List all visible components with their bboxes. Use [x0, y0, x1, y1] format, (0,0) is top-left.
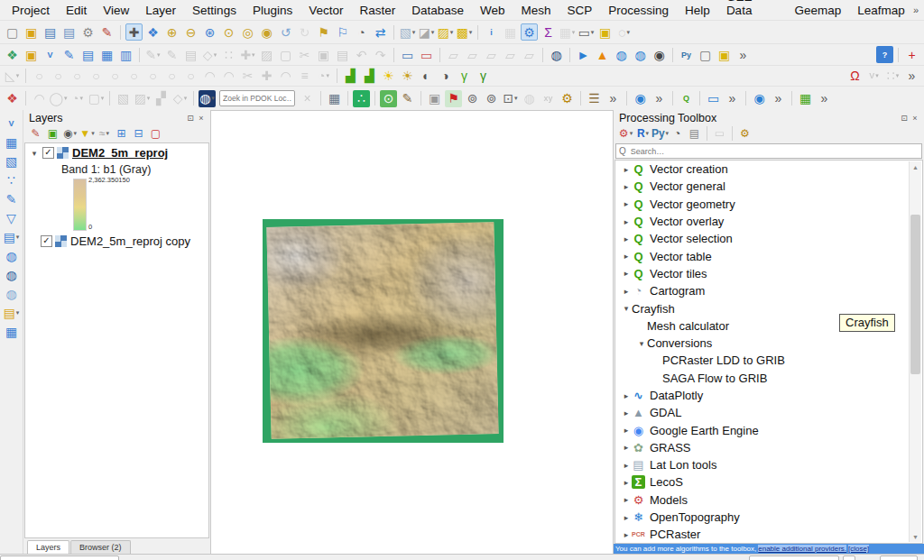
- add-raster-layer-icon[interactable]: ▦: [3, 133, 20, 151]
- dropdown-arrow-icon[interactable]: ▾: [469, 29, 473, 36]
- overflow-row2-icon[interactable]: »: [735, 46, 752, 63]
- toolbox-item-models[interactable]: ▸⚙Models: [615, 491, 922, 509]
- zoom-out-icon[interactable]: ⊖: [182, 23, 199, 41]
- increase-brightness-icon[interactable]: ☀: [380, 68, 397, 85]
- dropdown-arrow-icon[interactable]: ▾: [91, 130, 95, 137]
- increase-contrast-icon[interactable]: ◐: [418, 68, 435, 85]
- expander-icon[interactable]: ▸: [621, 234, 632, 243]
- expander-icon[interactable]: ▸: [621, 287, 632, 296]
- expander-icon[interactable]: ▸: [621, 391, 632, 400]
- expander-icon[interactable]: ▸: [621, 495, 632, 504]
- full-histogram-stretch-icon[interactable]: ▟: [361, 68, 378, 85]
- add-arcgis-layer-icon[interactable]: ▤▾: [3, 304, 20, 321]
- select-on-map-icon[interactable]: ►: [575, 46, 592, 63]
- collapse-all-icon[interactable]: ⊟: [131, 125, 146, 141]
- add-wfs-layer-icon[interactable]: ◍: [3, 285, 20, 302]
- menu-database[interactable]: Database: [403, 2, 472, 19]
- zoom-last-icon[interactable]: ↺: [277, 23, 294, 41]
- zoom-in-icon[interactable]: ⊕: [163, 23, 180, 41]
- dropdown-arrow-icon[interactable]: ▾: [184, 95, 188, 102]
- add-group-icon[interactable]: ▣: [45, 125, 60, 141]
- qgis-hub-icon[interactable]: Q: [678, 90, 695, 107]
- toolbox-item-gdal[interactable]: ▸▲GDAL: [615, 404, 922, 421]
- extent-select-icon[interactable]: ⊡▾: [502, 90, 519, 107]
- place-search-icon[interactable]: ◌▾: [615, 23, 633, 41]
- profile-tool-icon[interactable]: ❖: [4, 90, 21, 107]
- menu-settings[interactable]: Settings: [184, 2, 245, 19]
- expander-icon[interactable]: ▸: [621, 269, 632, 278]
- dropdown-arrow-icon[interactable]: ▾: [214, 51, 217, 59]
- dropdown-arrow-icon[interactable]: ▾: [572, 29, 576, 36]
- add-wms-layer-icon[interactable]: ◍: [3, 247, 20, 264]
- add-spatialite-layer-icon[interactable]: ▽: [3, 209, 20, 226]
- search-web-map-icon[interactable]: ◍: [632, 46, 649, 63]
- toolbox-scrollbar[interactable]: ▲ ▼: [909, 161, 921, 542]
- dropdown-arrow-icon[interactable]: ▾: [326, 72, 329, 79]
- expander-icon[interactable]: ▸: [621, 252, 632, 261]
- toolbox-item-vector-general[interactable]: ▸QVector general: [615, 178, 922, 195]
- decrease-gamma-icon[interactable]: γ: [475, 68, 492, 85]
- temporal-controller-icon[interactable]: ◔: [353, 23, 370, 41]
- toolbox-item-vector-tiles[interactable]: ▸QVector tiles: [615, 265, 922, 282]
- deselect-features-icon[interactable]: ◪▾: [418, 23, 435, 41]
- pin-location-icon[interactable]: ⚑: [445, 90, 462, 107]
- dropdown-arrow-icon[interactable]: ▾: [147, 95, 151, 102]
- refresh-map-icon[interactable]: ⇄: [372, 23, 389, 41]
- dropdown-arrow-icon[interactable]: ▾: [591, 29, 595, 36]
- menu-raster[interactable]: Raster: [351, 2, 403, 19]
- toolbox-item-google-earth-engine[interactable]: ▸◉Google Earth Engine: [615, 421, 922, 438]
- close-panel-icon[interactable]: ×: [196, 114, 207, 123]
- overflow-e-icon[interactable]: »: [816, 90, 833, 107]
- float-panel-icon[interactable]: ⊡: [185, 114, 196, 123]
- new-raster-layer-icon[interactable]: ▦: [98, 46, 116, 63]
- toolbox-item-lecos[interactable]: ▸ΣLecoS: [615, 473, 922, 491]
- nl-shield-icon[interactable]: ▦: [326, 90, 343, 107]
- layer-labeling-icon[interactable]: ▭: [399, 46, 416, 63]
- plugin-builder-icon[interactable]: ▣: [716, 46, 733, 63]
- select-by-value-icon[interactable]: ▨▾: [437, 23, 454, 41]
- map-tips-icon[interactable]: ▣: [596, 23, 614, 41]
- select-features-icon[interactable]: ▧▾: [399, 23, 416, 41]
- menu-layer[interactable]: Layer: [137, 2, 184, 19]
- save-project-as-icon[interactable]: ▤: [60, 23, 78, 41]
- dropdown-arrow-icon[interactable]: ▾: [16, 309, 20, 317]
- dropdown-arrow-icon[interactable]: ▾: [79, 95, 83, 102]
- layer-list-tool-icon[interactable]: ☰: [586, 90, 603, 107]
- dropdown-arrow-icon[interactable]: ▾: [157, 51, 161, 59]
- statistical-summary-icon[interactable]: Σ: [540, 23, 557, 41]
- menu-web[interactable]: Web: [472, 2, 513, 19]
- add-vector-layer-icon[interactable]: V: [3, 115, 20, 132]
- globe-orange-icon[interactable]: ◉: [751, 90, 768, 107]
- zoom-tool-green-icon[interactable]: ⊙: [380, 90, 397, 107]
- style-manager-icon[interactable]: ✎: [98, 23, 116, 41]
- add-point-cloud-layer-icon[interactable]: ∵: [3, 171, 20, 188]
- menu-geemap[interactable]: Geemap: [787, 2, 850, 19]
- scroll-down-icon[interactable]: ▼: [910, 531, 921, 542]
- zoom-to-selection-icon[interactable]: ⊙: [220, 23, 237, 41]
- menu-scp[interactable]: SCP: [559, 2, 601, 19]
- expander-icon[interactable]: ▾: [621, 304, 632, 313]
- expander-icon[interactable]: ▸: [621, 513, 632, 522]
- layer-checkbox[interactable]: ✓: [41, 235, 52, 247]
- menu-overflow-icon[interactable]: »: [913, 5, 924, 15]
- dropdown-arrow-icon[interactable]: ▾: [450, 29, 454, 36]
- toolbox-item-grass[interactable]: ▸✿GRASS: [615, 439, 922, 456]
- select-by-location-icon[interactable]: ▩▾: [456, 23, 473, 41]
- filter-legend-icon[interactable]: ▼▾: [79, 125, 95, 141]
- expander-icon[interactable]: ▸: [621, 217, 632, 226]
- python-console-icon[interactable]: Py: [678, 46, 695, 63]
- zoom-full-icon[interactable]: ⊛: [201, 23, 218, 41]
- add-mesh-layer-icon[interactable]: ▧: [3, 152, 20, 170]
- menu-leafmap[interactable]: Leafmap: [849, 2, 913, 19]
- toolbox-item-cartogram[interactable]: ▸◔Cartogram: [615, 282, 922, 299]
- zoom-point-1-icon[interactable]: ⊚: [464, 90, 481, 107]
- options-icon[interactable]: ⚙: [737, 125, 753, 141]
- toolbox-item-vector-geometry[interactable]: ▸QVector geometry: [615, 196, 922, 213]
- layer-checkbox[interactable]: ✓: [42, 147, 54, 159]
- screen-tool-icon[interactable]: ▭: [705, 90, 722, 107]
- toolbox-search-input[interactable]: [629, 146, 921, 157]
- toolbox-item-lat-lon-tools[interactable]: ▸▤Lat Lon tools: [615, 456, 922, 473]
- pdok-search-input[interactable]: [219, 90, 295, 106]
- expander-icon[interactable]: ▾: [636, 339, 647, 348]
- snapping-magnet-icon[interactable]: Ω: [846, 68, 864, 85]
